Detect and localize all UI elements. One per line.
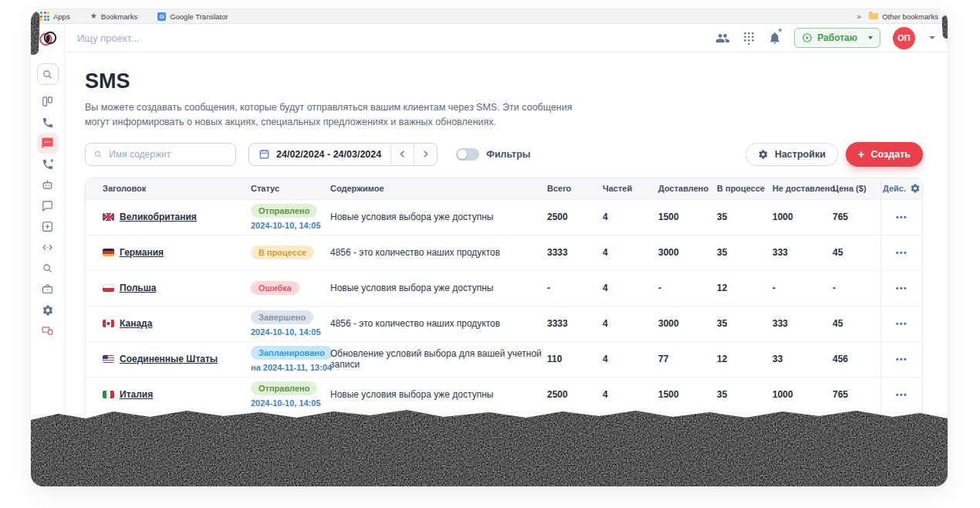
title-cell: Италия bbox=[86, 389, 251, 400]
title-cell: Канада bbox=[86, 318, 251, 329]
notifications-button[interactable] bbox=[768, 28, 782, 49]
row-actions-button[interactable]: ••• bbox=[896, 320, 907, 328]
noise-patch bbox=[941, 15, 948, 39]
flag-pl-icon bbox=[103, 284, 114, 292]
name-filter-input[interactable] bbox=[109, 149, 228, 160]
row-actions-button[interactable]: ••• bbox=[896, 249, 907, 257]
status-badge: Отправлено bbox=[251, 204, 317, 218]
dialpad-icon bbox=[742, 31, 755, 46]
sidebar-item-search-contacts[interactable] bbox=[37, 258, 59, 279]
sidebar-item-sms[interactable] bbox=[37, 133, 59, 154]
date-range-picker: 24/02/2024 - 24/03/2024 bbox=[248, 143, 438, 166]
flag-it-icon bbox=[103, 391, 114, 398]
gear-icon[interactable] bbox=[910, 183, 921, 194]
chevron-left-icon bbox=[397, 148, 408, 160]
date-prev-button[interactable] bbox=[390, 144, 414, 165]
other-bookmarks[interactable]: Other bookmarks bbox=[869, 12, 938, 21]
name-filter[interactable] bbox=[85, 143, 236, 166]
apps-shortcut[interactable]: Apps bbox=[40, 12, 70, 21]
inbox-add-icon bbox=[41, 220, 54, 233]
sidebar-item-business[interactable] bbox=[37, 279, 59, 300]
title-cell: Германия bbox=[86, 247, 251, 258]
not-delivered-cell: 1000 bbox=[772, 389, 833, 400]
status-cell: Ошибка bbox=[251, 281, 330, 295]
sidebar-item-inbox[interactable] bbox=[37, 216, 59, 237]
price-cell: 456 bbox=[833, 354, 880, 364]
app-logo[interactable] bbox=[38, 24, 58, 52]
sidebar-item-calls[interactable] bbox=[37, 112, 59, 133]
browser-window: Apps ★ Bookmarks G Google Translator » O… bbox=[31, 9, 948, 486]
status-badge: Отправлено bbox=[251, 381, 317, 395]
calendar-icon bbox=[259, 148, 270, 160]
col-actions: Дейс. bbox=[880, 178, 922, 199]
sidebar-item-settings[interactable] bbox=[37, 300, 59, 320]
campaign-title-link[interactable]: Польша bbox=[120, 283, 156, 293]
dialpad-button[interactable] bbox=[742, 28, 755, 49]
status-badge: Запланировано bbox=[251, 346, 333, 360]
table-row: ГерманияВ процессе4856 - это количество … bbox=[86, 235, 922, 271]
project-search-input[interactable] bbox=[77, 32, 715, 44]
sidebar-item-chat[interactable] bbox=[37, 195, 59, 216]
in-progress-cell: 35 bbox=[717, 212, 772, 222]
row-actions-button[interactable]: ••• bbox=[896, 284, 907, 293]
date-next-button[interactable] bbox=[414, 144, 437, 165]
parts-cell: 4 bbox=[603, 283, 658, 293]
row-actions-button[interactable]: ••• bbox=[896, 213, 907, 222]
apps-label: Apps bbox=[53, 12, 70, 21]
col-total: Всего bbox=[547, 184, 603, 193]
table-row: ВеликобританияОтправлено2024-10-10, 14:0… bbox=[86, 200, 922, 235]
briefcase-icon bbox=[41, 283, 54, 296]
sidebar-item-code[interactable] bbox=[37, 237, 59, 258]
row-actions-button[interactable]: ••• bbox=[896, 355, 907, 364]
availability-dropdown[interactable]: Работаю bbox=[794, 28, 880, 48]
campaign-title-link[interactable]: Соединенные Штаты bbox=[120, 354, 218, 364]
contacts-button[interactable] bbox=[715, 28, 730, 49]
settings-button[interactable]: Настройки bbox=[745, 143, 838, 166]
bookmarks-shortcut[interactable]: ★ Bookmarks bbox=[90, 12, 137, 21]
delivered-cell: 3000 bbox=[658, 247, 717, 258]
translator-shortcut[interactable]: G Google Translator bbox=[157, 12, 228, 21]
chevron-right-icon bbox=[420, 148, 431, 160]
status-date: 2024-10-10, 14:05 bbox=[251, 221, 321, 230]
sidebar-item-dashboard[interactable] bbox=[37, 91, 59, 112]
status-cell: Отправлено2024-10-10, 14:05 bbox=[251, 204, 330, 230]
date-range-button[interactable]: 24/02/2024 - 24/03/2024 bbox=[249, 144, 390, 165]
translate-icon: G bbox=[157, 12, 166, 21]
other-bookmarks-label: Other bookmarks bbox=[882, 12, 938, 21]
bookmarks-overflow-chevron[interactable]: » bbox=[857, 12, 862, 21]
col-content: Содержимое bbox=[330, 184, 547, 193]
status-badge: В процессе bbox=[251, 246, 314, 259]
title-cell: Великобритания bbox=[86, 212, 251, 222]
content-cell: Новые условия выбора уже доступны bbox=[330, 389, 547, 400]
profile-chevron-down-icon[interactable] bbox=[929, 36, 935, 39]
filter-row: 24/02/2024 - 24/03/2024 Фильтры bbox=[85, 142, 923, 167]
campaign-title-link[interactable]: Германия bbox=[120, 247, 164, 258]
flag-us-icon bbox=[103, 355, 114, 363]
sidebar-item-bot[interactable] bbox=[37, 174, 59, 195]
status-cell: Запланированона 2024-11-11, 13:04 bbox=[251, 346, 330, 372]
table-row: ИталияОтправлено2024-10-10, 14:05Новые у… bbox=[86, 378, 922, 413]
noise-band bbox=[31, 408, 948, 486]
row-actions-button[interactable]: ••• bbox=[896, 391, 907, 399]
campaign-title-link[interactable]: Великобритания bbox=[120, 212, 197, 222]
translator-label: Google Translator bbox=[170, 12, 228, 21]
filters-toggle[interactable] bbox=[456, 148, 479, 161]
create-button[interactable]: + Создать bbox=[846, 142, 923, 167]
price-cell: - bbox=[833, 283, 880, 293]
code-icon bbox=[41, 241, 54, 254]
page-description: Вы можете создавать сообщения, которые б… bbox=[85, 100, 583, 130]
actions-cell: ••• bbox=[880, 378, 922, 412]
not-delivered-cell: 33 bbox=[772, 354, 833, 364]
total-cell: - bbox=[547, 283, 603, 293]
avatar[interactable]: ОП bbox=[893, 27, 915, 49]
phone-add-icon bbox=[42, 158, 54, 171]
delivered-cell: 1500 bbox=[658, 389, 717, 400]
campaign-title-link[interactable]: Италия bbox=[120, 389, 153, 400]
table-row: КанадаЗавершено2024-10-10, 14:054856 - э… bbox=[86, 306, 922, 342]
sidebar-item-new-call[interactable] bbox=[37, 154, 59, 174]
dashboard-icon bbox=[41, 95, 54, 108]
campaign-title-link[interactable]: Канада bbox=[120, 318, 152, 329]
sidebar-item-devices[interactable] bbox=[37, 320, 59, 341]
devices-icon bbox=[41, 324, 54, 337]
sidebar-item-search[interactable] bbox=[37, 63, 59, 85]
